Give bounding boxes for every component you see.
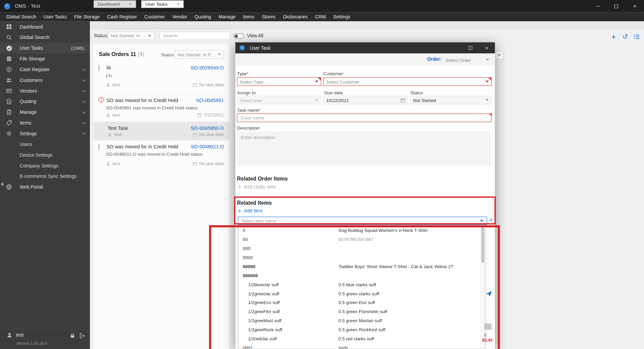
status-select[interactable]: Not Started bbox=[410, 96, 491, 104]
sidebar-item-ecommerce-sync-settings[interactable]: E-commerce Sync Settings bbox=[0, 171, 90, 182]
sidebar-item-items[interactable]: Items bbox=[0, 117, 90, 128]
status-filter-select[interactable]: Not Started; In Progr... bbox=[108, 32, 154, 40]
item-name-input[interactable] bbox=[241, 218, 478, 223]
item-option[interactable]: 0000 bbox=[238, 253, 484, 262]
due-date-value: 10/22/2021 bbox=[326, 98, 398, 103]
menu-manage[interactable]: Manage bbox=[215, 12, 239, 21]
sidebar-item-dashboard[interactable]: Dashboard bbox=[0, 21, 90, 32]
order-link[interactable]: SO-0048021-D bbox=[191, 144, 224, 150]
logout-icon[interactable] bbox=[79, 333, 85, 340]
item-option[interactable]: 1/2greeRock suff0.5 green Rockford suff bbox=[238, 325, 484, 334]
tab-dashboard[interactable]: Dashboard × bbox=[94, 0, 136, 8]
menu-dictionaries[interactable]: Dictionaries bbox=[279, 12, 312, 21]
list-view-button[interactable] bbox=[632, 32, 641, 41]
tab-user-tasks[interactable]: User Tasks × bbox=[141, 0, 183, 8]
menu-settings[interactable]: Settings bbox=[329, 12, 354, 21]
send-icon[interactable] bbox=[485, 290, 492, 297]
task-list-item[interactable]: ! SO was moved for in Credit Hold SO-004… bbox=[94, 94, 230, 121]
assign-select[interactable]: Select user bbox=[237, 96, 321, 104]
maximize-button[interactable] bbox=[607, 0, 626, 12]
view-all-toggle[interactable] bbox=[233, 33, 244, 39]
item-option[interactable]: 0085767867867867 bbox=[238, 235, 484, 244]
close-icon: × bbox=[485, 45, 488, 51]
sidebar-item-settings[interactable]: Settings bbox=[0, 128, 90, 139]
order-select[interactable]: Select Order bbox=[443, 55, 491, 64]
close-button[interactable]: × bbox=[626, 0, 644, 12]
task-radio-circle[interactable] bbox=[99, 144, 99, 150]
sidebar-item-manage[interactable]: Manage bbox=[0, 107, 90, 117]
panel-status-select[interactable]: Not Started; In Progr... bbox=[174, 50, 224, 59]
sidebar-item-global-search[interactable]: Global Search bbox=[0, 32, 90, 43]
task-list-item[interactable]: lili SO-0026549-D j:lu test No due date bbox=[94, 62, 230, 94]
customer-select[interactable]: Select Customer bbox=[323, 77, 492, 86]
clear-selection-icon[interactable]: × bbox=[489, 217, 492, 223]
dialog-title: User Task bbox=[250, 45, 270, 50]
sidebar-item-vendors[interactable]: Vendors bbox=[0, 86, 90, 96]
sidebar-item-company-settings[interactable]: Company Settings bbox=[0, 160, 90, 171]
sidebar-label: Cash Register bbox=[20, 67, 50, 72]
menu-quoting[interactable]: Quoting bbox=[191, 12, 215, 21]
sidebar-item-users[interactable]: Users bbox=[0, 139, 90, 150]
search-input[interactable] bbox=[159, 32, 230, 40]
description-textarea[interactable] bbox=[237, 131, 492, 166]
sidebar-item-file-storage[interactable]: File Storage bbox=[0, 53, 90, 64]
item-name: 1/2greeclar suff bbox=[248, 289, 338, 298]
menu-file-storage[interactable]: File Storage bbox=[70, 12, 103, 21]
menu-customer[interactable]: Customer bbox=[141, 12, 168, 21]
sidebar-item-quoting[interactable]: Quoting bbox=[0, 96, 90, 107]
item-option[interactable]: 1/2redclar suff0.5 red clarks suff bbox=[238, 334, 484, 343]
order-link[interactable]: SO-0026549-D bbox=[191, 65, 224, 71]
related-order-items-heading: Related Order Items bbox=[237, 176, 288, 182]
lock-icon[interactable] bbox=[70, 333, 75, 340]
item-name-combobox[interactable] bbox=[238, 217, 487, 225]
task-list-item-selected[interactable]: Test Task SO-0045950-D test No due date bbox=[94, 122, 230, 140]
current-user[interactable]: test bbox=[7, 332, 24, 338]
sidebar-item-cash-register[interactable]: $ Cash Register bbox=[0, 64, 90, 75]
menu-crm[interactable]: CRM bbox=[311, 12, 329, 21]
add-item-button[interactable]: + Add Item bbox=[238, 208, 263, 214]
view-all-label: View All bbox=[247, 33, 263, 38]
menu-cash-register[interactable]: Cash Register bbox=[103, 12, 141, 21]
item-option[interactable]: 000 bbox=[238, 244, 484, 253]
calendar-icon[interactable] bbox=[400, 98, 406, 103]
type-select[interactable]: Select Type bbox=[237, 77, 321, 86]
item-name: 0 bbox=[243, 226, 338, 235]
item-option[interactable]: 0001asds bbox=[238, 343, 484, 349]
obscured-quantity-fragment: 0 bbox=[484, 333, 486, 337]
order-link[interactable]: SO-0045950-D bbox=[191, 126, 224, 131]
sidebar-collapse-handle-icon[interactable] bbox=[1, 182, 3, 186]
menu-items[interactable]: Items bbox=[239, 12, 258, 21]
task-radio-circle[interactable] bbox=[99, 65, 99, 71]
item-option[interactable]: 1/2blueclar suff0.5 blue clarks suff bbox=[238, 280, 484, 289]
item-option[interactable]: 0Dog Bulldog Squad Women's V-Neck T-Shir… bbox=[238, 226, 484, 235]
item-option[interactable]: 00000Toddler Boys' Short Sleeve T-Shirt … bbox=[238, 262, 484, 271]
tab-close-icon[interactable]: × bbox=[129, 2, 132, 7]
sidebar-item-user-tasks[interactable]: User Tasks (1065) bbox=[0, 43, 90, 53]
scrollbar-thumb[interactable] bbox=[481, 227, 484, 263]
add-task-button[interactable]: + bbox=[609, 32, 618, 41]
item-option[interactable]: 1/2greeFlor suff0.5 green Florsheim suff bbox=[238, 307, 484, 316]
dialog-maximize-button[interactable] bbox=[462, 42, 479, 53]
item-option[interactable]: 000000 bbox=[238, 271, 484, 280]
task-list-item[interactable]: SO was moved for in Credit Hold SO-00480… bbox=[94, 140, 230, 171]
menu-global-search[interactable]: Global Search bbox=[2, 12, 40, 21]
dialog-close-button[interactable]: × bbox=[479, 42, 495, 53]
task-name-input[interactable] bbox=[237, 113, 492, 122]
sidebar-item-device-settings[interactable]: Device Settings bbox=[0, 150, 90, 160]
menu-stores[interactable]: Stores bbox=[258, 12, 279, 21]
sidebar-item-web-portal[interactable]: Web Portal bbox=[0, 182, 90, 192]
refresh-button[interactable]: ↺ bbox=[621, 32, 630, 41]
item-option[interactable]: 1/2greeclar suff0.5 green clarks suff bbox=[238, 289, 484, 298]
order-link[interactable]: SO-0045991 bbox=[196, 97, 224, 103]
item-option[interactable]: 1/2greeEco suff0.5 green Eco suff bbox=[238, 298, 484, 307]
menu-user-tasks[interactable]: User Tasks bbox=[40, 12, 70, 21]
required-asterisk: * bbox=[259, 108, 261, 113]
dropdown-scrollbar[interactable] bbox=[481, 226, 485, 349]
tab-close-icon[interactable]: × bbox=[177, 2, 180, 7]
menu-vendor[interactable]: Vendor bbox=[168, 12, 191, 21]
item-option[interactable]: 1/2greeMazl suff0.5 green Mazlan suff bbox=[238, 316, 484, 325]
sidebar-item-customers[interactable]: Customers bbox=[0, 75, 90, 86]
minimize-button[interactable] bbox=[589, 0, 607, 12]
due-date-field[interactable]: 10/22/2021 bbox=[323, 96, 408, 104]
validation-corner-marker bbox=[488, 78, 491, 81]
